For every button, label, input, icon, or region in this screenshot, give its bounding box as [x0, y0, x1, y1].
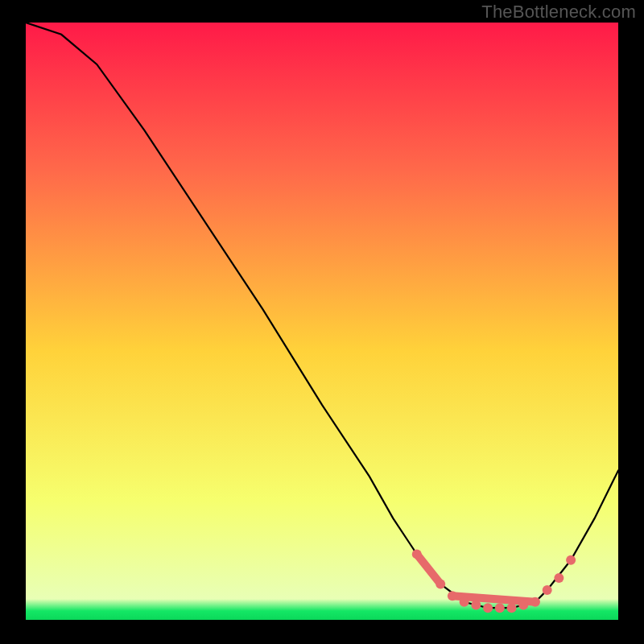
- svg-point-9: [507, 603, 517, 613]
- gradient-backdrop: [26, 23, 618, 620]
- svg-point-8: [495, 603, 505, 613]
- svg-point-13: [554, 573, 564, 583]
- chart-svg: [26, 23, 618, 620]
- svg-point-5: [460, 597, 469, 607]
- svg-point-12: [543, 585, 552, 595]
- svg-point-10: [518, 600, 528, 609]
- watermark-text: TheBottleneck.com: [481, 2, 636, 23]
- plot-area: [26, 23, 618, 620]
- svg-point-6: [471, 600, 481, 609]
- svg-point-11: [530, 597, 540, 607]
- chart-stage: TheBottleneck.com: [0, 0, 644, 644]
- svg-point-2: [412, 549, 422, 559]
- svg-point-3: [436, 579, 445, 588]
- svg-point-4: [448, 591, 457, 601]
- svg-point-14: [566, 555, 576, 565]
- svg-point-7: [483, 603, 493, 613]
